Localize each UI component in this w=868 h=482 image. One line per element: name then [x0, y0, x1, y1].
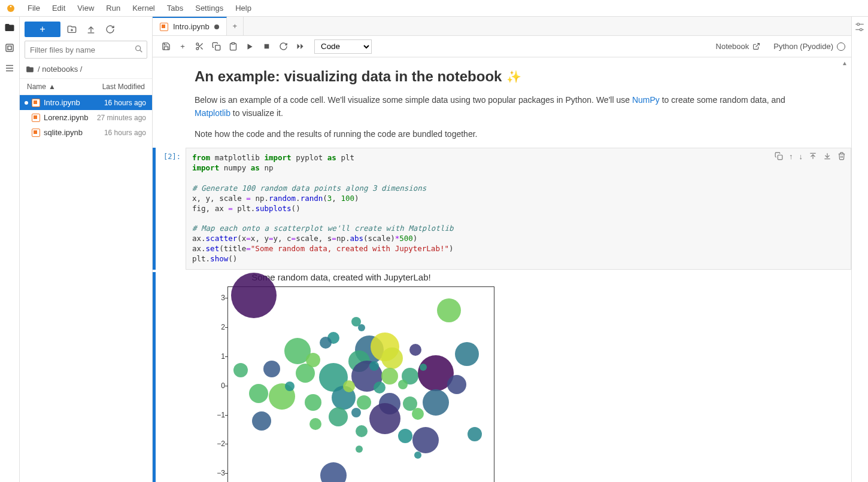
new-tab-button[interactable]: +: [227, 17, 244, 35]
notebook-toolbar: + CodeMarkdownRaw Notebook Python (Pyodi…: [153, 36, 851, 57]
file-row[interactable]: sqlite.ipynb 16 hours ago: [20, 125, 152, 140]
file-row[interactable]: Intro.ipynb 16 hours ago: [20, 95, 152, 110]
chart-title: Some random data, created with JupyterLa…: [186, 272, 497, 282]
svg-rect-2: [6, 44, 13, 51]
toc-icon[interactable]: [4, 62, 16, 74]
add-cell-icon[interactable]: +: [175, 39, 190, 54]
output-cell: Some random data, created with JupyterLa…: [153, 272, 851, 482]
kernel-indicator[interactable]: Python (Pyodide): [773, 42, 845, 51]
run-icon[interactable]: [242, 39, 257, 54]
notebook-icon: [32, 129, 40, 137]
file-name: sqlite.ipynb: [44, 128, 83, 137]
external-link-icon: [752, 42, 760, 50]
modified-dot-icon: [25, 101, 28, 105]
menu-edit[interactable]: Edit: [46, 1, 71, 15]
svg-marker-20: [297, 44, 299, 49]
code-text: from matplotlib import pyplot as plt imp…: [192, 153, 845, 264]
insert-above-icon[interactable]: [809, 152, 817, 161]
file-row[interactable]: Lorenz.ipynb 27 minutes ago: [20, 110, 152, 125]
duplicate-icon[interactable]: [775, 152, 783, 161]
scatter-point: [231, 273, 277, 318]
scatter-point: [356, 446, 363, 453]
scatter-point: [249, 384, 268, 403]
notebook-icon: [160, 23, 168, 31]
tab-title: Intro.ipynb: [173, 22, 210, 31]
menu-file[interactable]: File: [22, 1, 46, 15]
scatter-point: [343, 380, 355, 392]
svg-rect-17: [232, 42, 235, 44]
svg-point-9: [136, 46, 141, 51]
new-folder-icon[interactable]: [64, 22, 80, 37]
scatter-point: [306, 353, 320, 367]
menu-kernel[interactable]: Kernel: [126, 1, 161, 15]
scatter-point: [381, 347, 403, 369]
file-modified-time: 16 hours ago: [104, 99, 146, 107]
plot-area: [227, 286, 494, 482]
scatter-point: [398, 429, 412, 443]
move-up-icon[interactable]: ↑: [789, 152, 793, 161]
kernel-name: Python (Pyodide): [773, 42, 833, 51]
scatter-point: [409, 344, 421, 356]
scatter-point: [252, 411, 271, 431]
code-editor[interactable]: ↑ ↓ from matplotlib import pyplot as plt…: [186, 148, 851, 270]
menu-settings[interactable]: Settings: [189, 1, 229, 15]
scatter-point: [381, 368, 398, 385]
menubar: FileEditViewRunKernelTabsSettingsHelp: [0, 0, 868, 17]
new-launcher-button[interactable]: +: [25, 22, 60, 37]
svg-marker-21: [301, 44, 303, 49]
y-tick-label: 3: [186, 294, 225, 302]
scroll-up-icon[interactable]: ▲: [842, 60, 848, 66]
breadcrumb[interactable]: / notebooks /: [20, 62, 152, 79]
scatter-point: [285, 382, 295, 391]
move-down-icon[interactable]: ↓: [799, 152, 803, 161]
menu-tabs[interactable]: Tabs: [161, 1, 189, 15]
menu-run[interactable]: Run: [100, 1, 126, 15]
notebook-icon: [32, 99, 40, 107]
code-cell[interactable]: [2]: ↑ ↓ from matplotlib import: [153, 148, 851, 270]
scatter-point: [233, 363, 248, 377]
stop-icon[interactable]: [259, 39, 274, 54]
scatter-point: [320, 337, 332, 349]
file-name: Lorenz.ipynb: [44, 113, 88, 122]
notebook-content: ▲ An example: visualizing data in the no…: [153, 57, 851, 482]
copy-icon[interactable]: [209, 39, 223, 54]
open-notebook-button[interactable]: Notebook: [716, 42, 761, 51]
tab-intro[interactable]: Intro.ipynb: [153, 17, 227, 35]
file-list: Intro.ipynb 16 hours ago Lorenz.ipynb 27…: [20, 95, 152, 482]
sort-asc-icon: ▲: [48, 83, 56, 91]
filter-input[interactable]: [25, 41, 147, 59]
y-tick-label: 1: [186, 352, 225, 361]
file-list-header[interactable]: Name ▲ Last Modified: [20, 79, 152, 95]
refresh-icon[interactable]: [102, 22, 118, 37]
paste-icon[interactable]: [226, 39, 240, 54]
svg-rect-16: [215, 45, 220, 50]
kernel-status-icon: [837, 42, 845, 51]
insert-below-icon[interactable]: [823, 152, 831, 161]
numpy-link[interactable]: NumPy: [632, 95, 660, 105]
run-all-icon[interactable]: [293, 39, 307, 54]
filter-input-wrap: [25, 41, 147, 59]
delete-icon[interactable]: [837, 152, 846, 161]
property-inspector-icon[interactable]: [854, 22, 866, 33]
open-notebook-label: Notebook: [716, 42, 749, 51]
scatter-point: [351, 408, 361, 417]
running-icon[interactable]: [4, 42, 16, 54]
save-icon[interactable]: [159, 39, 173, 54]
y-tick-label: 2: [186, 323, 225, 331]
activity-bar: [0, 17, 20, 482]
scatter-point: [412, 408, 424, 420]
scatter-point: [356, 425, 368, 437]
cell-toolbar: ↑ ↓: [775, 152, 846, 161]
restart-icon[interactable]: [276, 39, 290, 54]
cell-type-select[interactable]: CodeMarkdownRaw: [314, 39, 372, 54]
menu-help[interactable]: Help: [229, 1, 257, 15]
matplotlib-link[interactable]: Matplotlib: [195, 108, 230, 118]
scatter-point: [468, 427, 482, 441]
scatter-point: [412, 427, 439, 453]
folder-icon[interactable]: [4, 22, 16, 33]
menu-view[interactable]: View: [71, 1, 100, 15]
cut-icon[interactable]: [192, 39, 207, 54]
upload-icon[interactable]: [83, 22, 99, 37]
svg-rect-19: [264, 44, 269, 49]
sparkle-icon: ✨: [506, 69, 521, 84]
